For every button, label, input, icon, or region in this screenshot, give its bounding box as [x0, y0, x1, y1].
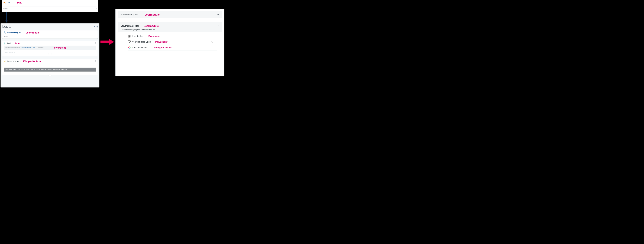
presentation-icon — [128, 40, 131, 43]
voorbereiding-progress: 0/0 — [6, 36, 8, 38]
eye-icon — [3, 8, 5, 9]
video-icon — [4, 60, 6, 62]
page-count-badge: 2 — [94, 25, 98, 28]
hidden-icon — [94, 42, 96, 44]
arrow-down-icon — [5, 12, 8, 23]
card-voorbereiding: Voorbereiding les 1 Leermodule 0/0 — [2, 30, 98, 39]
arrow-right-icon — [100, 38, 115, 46]
attach-size: (573,83 kB) — [36, 47, 44, 49]
more-icon[interactable] — [215, 42, 217, 42]
svg-rect-14 — [128, 35, 130, 37]
annotation-map: Map — [17, 1, 22, 4]
svg-line-29 — [129, 48, 129, 48]
more-icon[interactable] — [96, 73, 96, 74]
voorbereiding-title[interactable]: Voorbereiding les 1 — [7, 32, 22, 34]
svg-point-20 — [129, 43, 130, 43]
book-icon — [4, 31, 6, 34]
document-icon — [128, 35, 131, 38]
svg-line-9 — [95, 42, 96, 44]
ultra-item-lesopname[interactable]: Lesopname les 1 Filmpje Kaltura — [128, 45, 217, 51]
svg-rect-10 — [4, 61, 5, 62]
svg-rect-12 — [100, 41, 109, 44]
file-icon — [21, 47, 22, 48]
annotation-powerpoint-2: Powerpoint — [155, 41, 168, 43]
hidden-icon — [94, 60, 96, 62]
annotation-powerpoint-1: Powerpoint — [52, 46, 66, 49]
ultra-item-label: Lesopname les 1 — [132, 46, 148, 49]
ultra-expanded-title: Les/thema 1: titel — [120, 25, 139, 27]
annotation-leermodule-2: Leermodule — [144, 13, 160, 16]
more-icon[interactable] — [96, 36, 96, 37]
ultra-expanded-module: Les/thema 1: titel Leermodule Een korte … — [118, 22, 222, 51]
ultra-item-pptx[interactable]: voorbeeld les 1.pptx Powerpoint A — [128, 39, 217, 45]
folder-title[interactable]: Les 1 — [7, 2, 12, 4]
folder-icon — [3, 1, 6, 4]
ally-icon[interactable]: A — [211, 41, 213, 43]
card-item-les1: Les 1 Item Bijgevoegde bestanden: voorbe… — [2, 41, 98, 56]
chevron-down-icon[interactable] — [217, 14, 219, 16]
annotation-filmpje-2: Filmpje Kaltura — [154, 46, 172, 49]
svg-line-11 — [95, 60, 96, 62]
chevron-up-icon[interactable] — [217, 25, 219, 27]
ultra-item-leerdoelen[interactable]: Leerdoelen Document — [128, 33, 217, 39]
item-icon — [4, 42, 6, 44]
page-title: Les 1 — [2, 25, 11, 29]
svg-line-28 — [130, 48, 130, 48]
ultra-collapsed-title: Voorbereiding les 1 — [120, 13, 140, 16]
kaltura-icon — [128, 46, 131, 49]
svg-rect-18 — [128, 41, 130, 42]
ultra-collapsed-module[interactable]: Voorbereiding les 1 Leermodule — [118, 11, 222, 19]
svg-point-0 — [4, 8, 4, 9]
annotation-leermodule-1: Leermodule — [26, 31, 40, 34]
annotation-leermodule-3: Leermodule — [144, 24, 159, 27]
ultra-item-label: voorbeeld les 1.pptx — [132, 41, 151, 43]
svg-marker-13 — [109, 39, 114, 45]
annotation-document: Document — [148, 35, 160, 38]
more-icon[interactable] — [96, 8, 96, 9]
panel-les1-contents: Les 1 2 Voorbereiding les 1 Leermodule 0… — [1, 23, 100, 87]
card-lesopname: Lesopname les 1 Filmpje Kaltura Video Re… — [2, 59, 98, 75]
item-faint-text: In deze les leer je: — [4, 51, 96, 53]
card-folder: Les 1 Map 0/2 — [2, 0, 98, 12]
ultra-expanded-desc: Een korte beschrijving van het thema of … — [120, 29, 219, 31]
check-icon — [4, 36, 5, 38]
ultra-item-label: Leerdoelen — [132, 35, 143, 37]
annotation-filmpje-1: Filmpje Kaltura — [23, 60, 41, 63]
ellipsis-pill[interactable] — [48, 74, 52, 76]
attach-label: Bijgevoegde bestanden: — [4, 47, 20, 49]
svg-line-30 — [129, 47, 129, 47]
attach-file-link[interactable]: voorbeeld les 1.pptx — [22, 47, 35, 49]
ellipsis-pill[interactable] — [48, 53, 52, 55]
svg-line-27 — [130, 47, 130, 47]
lesopname-title[interactable]: Lesopname les 1 — [7, 60, 20, 62]
svg-text:A: A — [212, 41, 212, 42]
annotation-item: Item — [14, 42, 20, 45]
item-title[interactable]: Les 1 — [7, 42, 12, 44]
panel-ultra: Voorbereiding les 1 Leermodule Les/thema… — [116, 9, 224, 76]
svg-marker-2 — [6, 21, 8, 23]
video-caption-bar: Video Recording - Fri Dec 16 2022 10:08:… — [4, 68, 96, 72]
folder-views: 0/2 — [6, 8, 8, 10]
